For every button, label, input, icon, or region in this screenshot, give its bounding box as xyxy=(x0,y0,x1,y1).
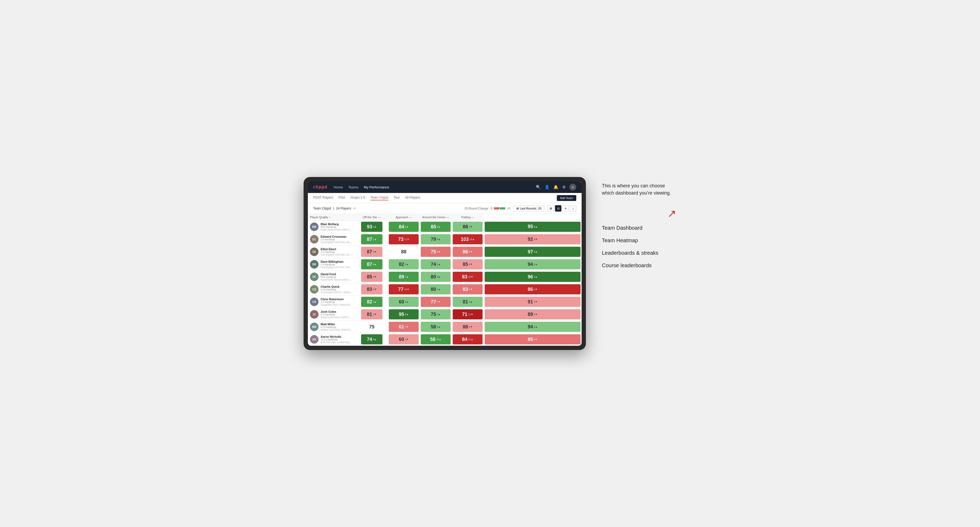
score-cell-putting: 89 2▼ xyxy=(484,308,582,321)
score-box: 71 11▼ xyxy=(453,309,482,319)
score-box: 58 10▲ xyxy=(421,334,450,344)
score-value: 85 xyxy=(528,337,533,342)
grid-view-button[interactable]: ⊞ xyxy=(547,205,554,211)
score-box: 95 9▲ xyxy=(485,222,581,232)
player-handicap: 6-10 Handicap xyxy=(321,288,354,291)
player-avatar: DB xyxy=(310,260,318,268)
score-box: 95 8▲ xyxy=(389,309,418,319)
bell-icon[interactable]: 🔔 xyxy=(554,185,558,189)
player-cell[interactable]: DB Dave Billingham 1-5 Handicap Gog Mago… xyxy=(308,259,356,270)
annotation-panel: This is where you can choose which dashb… xyxy=(602,177,676,268)
player-handicap: Plus Handicap xyxy=(321,226,354,229)
player-avatar: BM xyxy=(310,222,318,231)
score-cell-around_green: 88 2▼ xyxy=(452,321,484,333)
score-cell-around_green: 83 10▼ xyxy=(452,271,484,283)
player-handicap: 1-5 Handicap xyxy=(321,313,354,316)
score-value-quality: 87 xyxy=(367,249,372,255)
col-around-green[interactable]: Around the Green — xyxy=(420,214,452,221)
player-cell[interactable]: DF David Ford Plus Handicap Royal North … xyxy=(308,271,356,283)
last-rounds-button[interactable]: ⊞ Last Rounds: 20 xyxy=(514,205,544,211)
settings-icon[interactable]: ⚙ xyxy=(562,185,566,189)
col-off-tee[interactable]: Off the Tee — xyxy=(356,214,388,221)
score-box-quality: 83 3▼ xyxy=(361,284,382,294)
tablet-screen: clippd Home Teams My Performance 🔍 👤 🔔 ⚙… xyxy=(308,181,582,346)
score-box-quality: 75 xyxy=(361,322,382,332)
score-cell-around_green: 88 1▼ xyxy=(452,221,484,233)
score-cell-approach: 75 2▲ xyxy=(420,308,452,321)
score-box: 97 5▲ xyxy=(485,247,581,257)
nav-my-performance[interactable]: My Performance xyxy=(364,184,389,190)
score-cell-putting: 97 5▲ xyxy=(484,246,582,258)
list-view-button[interactable]: ≡ xyxy=(562,205,569,211)
annotation-item-3: Course leaderboards xyxy=(602,262,676,268)
player-name: Edward Crossman xyxy=(321,235,354,238)
nav-home[interactable]: Home xyxy=(334,184,343,190)
player-cell[interactable]: CQ Charlie Quick 6-10 Handicap St George… xyxy=(308,284,356,295)
player-cell[interactable]: AN Aaron Nicholls 11-15 Handicap Drift G… xyxy=(308,333,356,345)
col-approach[interactable]: Approach — xyxy=(388,214,420,221)
edit-icon[interactable]: ✏ xyxy=(353,206,356,210)
score-cell-approach: 74 1▲ xyxy=(420,258,452,271)
player-info: David Ford Plus Handicap Royal North Dev… xyxy=(321,273,354,281)
player-cell[interactable]: CR Chris Robertson 1-5 Handicap Craigmil… xyxy=(308,296,356,308)
player-cell[interactable]: EC Edward Crossman 1-5 Handicap Sunningd… xyxy=(308,233,356,245)
player-cell[interactable]: BM Blair McHarg Plus Handicap Royal Nort… xyxy=(308,221,356,233)
col-putting[interactable]: Putting — xyxy=(452,214,484,221)
sort-button[interactable]: ↕ xyxy=(570,205,576,211)
tab-team-clippd[interactable]: Team Clippd xyxy=(371,195,388,200)
score-cell-putting: 95 9▲ xyxy=(484,221,582,233)
score-value: 77 xyxy=(431,299,436,305)
player-info: Dave Billingham 1-5 Handicap Gog Magog G… xyxy=(321,260,354,268)
change-pos: +5 xyxy=(507,207,510,210)
tab-tour[interactable]: Tour xyxy=(394,195,400,200)
player-name: Josh Coles xyxy=(321,310,354,313)
heatmap-view-button[interactable]: ⊟ xyxy=(555,205,562,211)
player-cell[interactable]: JC Josh Coles 1-5 Handicap Royal North D… xyxy=(308,308,356,320)
score-value: 61 xyxy=(399,324,404,330)
nav-teams[interactable]: Teams xyxy=(348,184,358,190)
avatar[interactable]: U xyxy=(570,184,576,190)
team-info: Team Clippd | 14 Players ✏ xyxy=(313,206,356,210)
score-value-quality: 87 xyxy=(367,237,372,242)
score-value: 82 xyxy=(399,262,404,267)
score-value: 88 xyxy=(463,324,468,330)
tab-hcaps[interactable]: Hcaps 1-5 xyxy=(350,195,365,200)
table-container: Player Quality ↓ Off the Tee — Approach … xyxy=(308,214,582,346)
score-box: 60 1▼ xyxy=(389,334,418,344)
player-cell[interactable]: MM Matt Miller 6-10 Handicap Woburn Golf… xyxy=(308,321,356,333)
player-handicap: Plus Handicap xyxy=(321,276,354,278)
score-cell-off_tee: 89 7▲ xyxy=(388,271,420,283)
score-value: 95 xyxy=(528,224,533,229)
top-nav: clippd Home Teams My Performance 🔍 👤 🔔 ⚙… xyxy=(308,181,582,193)
score-value: 60 xyxy=(399,337,404,342)
player-avatar: AN xyxy=(310,335,318,344)
tab-pga[interactable]: PGA xyxy=(339,195,345,200)
player-info: Elliot Ebert 1-5 Handicap Sunningdale Go… xyxy=(321,248,354,256)
player-info: Charlie Quick 6-10 Handicap St George's … xyxy=(321,285,354,294)
score-cell-quality: 74 8▲ xyxy=(356,333,388,346)
score-value: 88 xyxy=(401,249,406,255)
tab-all-players[interactable]: All Players xyxy=(405,195,420,200)
score-value: 58 xyxy=(431,324,436,330)
player-avatar: EC xyxy=(310,235,318,243)
score-value: 94 xyxy=(528,262,533,267)
score-box: 94 1▲ xyxy=(485,259,581,269)
score-box: 86 6▼ xyxy=(453,247,482,257)
score-value: 91 xyxy=(528,299,533,305)
score-box: 77 14▼ xyxy=(389,284,418,294)
annotation-item-0: Team Dashboard xyxy=(602,225,676,231)
score-box: 83 6▼ xyxy=(453,284,482,294)
tab-pgat[interactable]: PGAT Players xyxy=(313,195,333,200)
round-change: 20 Round Change -5 +5 xyxy=(465,207,510,210)
sub-nav-links: PGAT Players PGA Hcaps 1-5 Team Clippd T… xyxy=(313,195,420,200)
table-row: CQ Charlie Quick 6-10 Handicap St George… xyxy=(308,283,582,296)
search-icon[interactable]: 🔍 xyxy=(536,185,541,189)
user-icon[interactable]: 👤 xyxy=(545,185,550,189)
annotation-item-1: Team Heatmap xyxy=(602,237,676,243)
add-team-button[interactable]: Add Team xyxy=(557,195,576,201)
player-cell[interactable]: EE Elliot Ebert 1-5 Handicap Sunningdale… xyxy=(308,246,356,258)
score-box-quality: 85 3▼ xyxy=(361,272,382,282)
score-box: 94 3▲ xyxy=(485,322,581,332)
player-club: Royal North Devon Golf Club, United King… xyxy=(321,229,353,231)
score-value: 81 xyxy=(463,299,468,305)
